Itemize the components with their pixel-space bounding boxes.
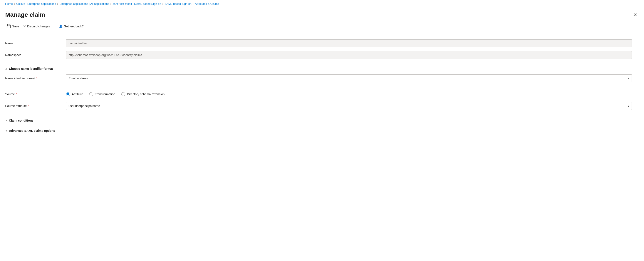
breadcrumb-sep-2: › [57,2,58,6]
discard-label: Discard changes [27,24,50,28]
source-directory-schema-label: Directory schema extension [127,92,165,96]
choose-format-title: Choose name identifier format [9,67,53,70]
source-label: Source * [5,92,66,96]
name-identifier-format-row: Name identifier format * Email address P… [5,74,632,82]
toolbar-divider [54,24,54,29]
breadcrumb-enterprise-apps[interactable]: Collate | Enterprise applications [16,2,56,6]
save-button[interactable]: 💾 Save [5,23,22,30]
save-icon: 💾 [6,24,11,28]
claim-conditions-header[interactable]: ∨ Claim conditions [5,117,632,124]
namespace-input[interactable] [66,51,632,59]
chevron-up-icon: ∧ [5,67,7,70]
feedback-icon: 👤 [59,24,62,28]
discard-icon: ✕ [23,24,26,28]
breadcrumb-sep-3: › [110,2,111,6]
source-transformation-label: Transformation [95,92,115,96]
panel-title-left: Manage claim ... [5,11,53,18]
source-attribute-row: Source attribute * user.userprincipalnam… [5,102,632,110]
source-radio-group: Attribute Transformation Directory schem… [66,92,632,96]
save-label: Save [12,24,19,28]
discard-changes-button[interactable]: ✕ Discard changes [22,23,52,30]
name-identifier-format-label: Name identifier format * [5,76,66,80]
advanced-saml-chevron-icon: ∨ [5,129,7,132]
form-section: Name Namespace ∧ Choose name identifi [5,39,632,134]
source-field: Attribute Transformation Directory schem… [66,92,632,96]
feedback-button[interactable]: 👤 Got feedback? [56,23,86,29]
source-option-transformation[interactable]: Transformation [89,92,115,96]
claim-conditions-section: ∨ Claim conditions [5,114,632,124]
breadcrumb-all-apps[interactable]: Enterprise applications | All applicatio… [60,2,109,6]
name-identifier-format-select[interactable]: Email address Persistent Transient Unspe… [66,74,632,82]
source-option-attribute[interactable]: Attribute [66,92,83,96]
toolbar: 💾 Save ✕ Discard changes 👤 Got feedback? [5,23,639,33]
breadcrumb-attributes-claims[interactable]: Attributes & Claims [195,2,219,6]
choose-format-section-header[interactable]: ∧ Choose name identifier format [5,67,632,70]
breadcrumb-sep-4: › [162,2,163,6]
source-attribute-select[interactable]: user.userprincipalname user.mail user.ob… [66,102,632,110]
required-star-source: * [16,92,17,96]
source-row: Source * Attribute Transformation [5,90,632,98]
source-option-directory-schema[interactable]: Directory schema extension [122,92,165,96]
name-row: Name [5,39,632,47]
source-attribute-select-wrapper: user.userprincipalname user.mail user.ob… [66,102,632,110]
source-attribute-label: Attribute [72,92,83,96]
close-button[interactable]: ✕ [632,11,639,18]
breadcrumb-sep-5: › [193,2,194,6]
breadcrumb-sep-1: › [14,2,15,6]
name-field-container [66,39,632,47]
panel-title-row: Manage claim ... ✕ [5,11,639,18]
source-radio-transformation[interactable] [89,92,93,96]
breadcrumb-saml-signon[interactable]: SAML-based Sign-on [164,2,192,6]
namespace-row: Namespace [5,51,632,59]
source-attribute-field: user.userprincipalname user.mail user.ob… [66,102,632,110]
source-radio-directory-schema[interactable] [122,92,125,96]
breadcrumb-home[interactable]: Home [5,2,13,6]
source-attribute-label-container: Source attribute * [5,104,66,108]
page-container: Home › Collate | Enterprise applications… [0,0,644,261]
name-identifier-format-field: Email address Persistent Transient Unspe… [66,74,632,82]
main-panel: Manage claim ... ✕ 💾 Save ✕ Discard chan… [0,8,644,138]
page-title: Manage claim [5,11,45,18]
advanced-saml-title: Advanced SAML claims options [9,129,55,132]
claim-conditions-title: Claim conditions [9,119,34,122]
name-identifier-format-select-wrapper: Email address Persistent Transient Unspe… [66,74,632,82]
namespace-field-container [66,51,632,59]
source-radio-attribute[interactable] [66,92,70,96]
breadcrumb-saml-monit[interactable]: saml-test-monit | SAML-based Sign-on [112,2,161,6]
claim-conditions-chevron-icon: ∨ [5,119,7,122]
divider-1 [5,63,632,63]
required-star-source-attr: * [28,104,29,108]
name-input[interactable] [66,39,632,47]
advanced-saml-header[interactable]: ∨ Advanced SAML claims options [5,127,632,134]
required-star-format: * [36,76,37,80]
ellipsis-button[interactable]: ... [48,12,53,18]
namespace-label: Namespace [5,53,66,57]
name-label: Name [5,42,66,45]
feedback-label: Got feedback? [64,24,84,28]
advanced-saml-section: ∨ Advanced SAML claims options [5,124,632,134]
breadcrumb: Home › Collate | Enterprise applications… [0,0,644,8]
